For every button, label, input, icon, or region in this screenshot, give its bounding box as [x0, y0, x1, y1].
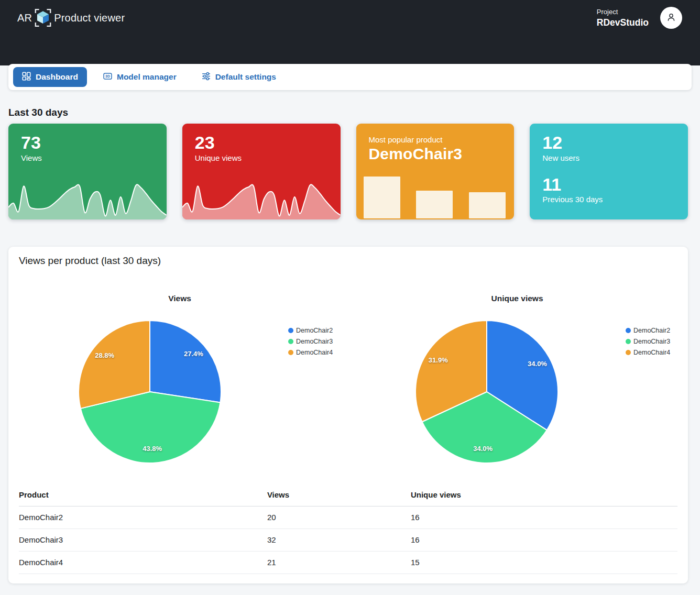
legend-item-DemoChair4[interactable]: DemoChair4: [288, 349, 333, 356]
product-cell: DemoChair3: [19, 529, 267, 552]
unique-views-sparkline-chart: [182, 174, 341, 219]
legend-label: DemoChair2: [296, 327, 333, 334]
legend-item-DemoChair3[interactable]: DemoChair3: [626, 338, 670, 345]
most-popular-card: Most popular product DemoChair3: [356, 124, 515, 219]
views-cell: 32: [267, 529, 411, 552]
mini-bar: [469, 192, 506, 218]
mini-bar: [364, 177, 400, 218]
3d-badge-icon: 3D: [103, 72, 112, 83]
person-icon: [666, 12, 676, 24]
pie-percent-label: 31.9%: [429, 356, 448, 364]
tab-label: Dashboard: [36, 72, 78, 82]
new-users-value: 12: [542, 133, 688, 152]
unique-views-cell: 16: [411, 506, 677, 529]
previous-users-label: Previous 30 days: [542, 195, 688, 204]
unique-views-label: Unique views: [195, 153, 341, 162]
views-card: 73 Views: [8, 124, 167, 219]
product-table-body: DemoChair22016DemoChair33216DemoChair421…: [19, 506, 677, 574]
legend-dot: [626, 339, 631, 344]
legend-item-DemoChair3[interactable]: DemoChair3: [288, 338, 333, 345]
unique-views-value: 23: [195, 133, 341, 152]
pie-slice-DemoChair2: [150, 321, 221, 402]
unique-views-pie-chart: 34.0%34.0%31.9%: [414, 319, 560, 465]
unique-views-cell: 16: [411, 529, 677, 552]
legend-label: DemoChair4: [633, 349, 670, 356]
main-nav: Dashboard 3D Model manager Default setti…: [8, 64, 692, 90]
sliders-icon: [202, 72, 211, 83]
pie-percent-label: 34.0%: [528, 360, 547, 368]
legend-dot: [626, 350, 631, 355]
logo-text-prefix: AR: [17, 12, 32, 24]
legend-label: DemoChair2: [633, 327, 670, 334]
mini-bar: [416, 191, 453, 218]
views-column-header: Views: [267, 485, 411, 506]
unique-views-column-header: Unique views: [411, 485, 677, 506]
charts-area: Views Unique views 27.4%43.8%28.8% 34.0%…: [19, 267, 677, 482]
panel-title: Views per product (last 30 days): [19, 255, 677, 267]
legend-item-DemoChair4[interactable]: DemoChair4: [626, 349, 670, 356]
views-pie-chart: 27.4%43.8%28.8%: [77, 319, 223, 465]
tab-label: Default settings: [215, 72, 276, 82]
unique-views-cell: 15: [411, 552, 677, 574]
views-cell: 20: [267, 506, 411, 529]
app-logo: AR Product viewer: [17, 7, 125, 28]
legend-item-DemoChair2[interactable]: DemoChair2: [288, 327, 333, 334]
legend-label: DemoChair3: [633, 338, 670, 345]
views-sparkline-chart: [8, 174, 167, 219]
legend-dot: [288, 339, 293, 344]
unique-views-card: 23 Unique views: [182, 124, 341, 219]
table-row: DemoChair42115: [19, 552, 677, 574]
table-header-row: Product Views Unique views: [19, 485, 677, 506]
stats-cards-row: 73 Views 23 Unique views Most popular pr…: [8, 124, 688, 219]
users-card: 12 New users 11 Previous 30 days: [530, 124, 688, 219]
views-pie-legend: DemoChair2DemoChair3DemoChair4: [288, 327, 333, 356]
stats-heading: Last 30 days: [8, 107, 692, 118]
dashboard-grid-icon: [22, 72, 31, 83]
app-header: AR Product viewer Project: [0, 0, 700, 65]
previous-users-value: 11: [542, 175, 688, 194]
views-cell: 21: [267, 552, 411, 574]
new-users-metric: 12 New users: [530, 133, 688, 162]
legend-dot: [626, 328, 631, 333]
tab-default-settings[interactable]: Default settings: [193, 67, 285, 87]
previous-users-metric: 11 Previous 30 days: [530, 175, 688, 204]
table-row: DemoChair22016: [19, 506, 677, 529]
legend-label: DemoChair3: [296, 338, 333, 345]
logo-text-suffix: Product viewer: [54, 12, 125, 24]
project-block: Project RDevStudio: [597, 8, 649, 28]
tab-model-manager[interactable]: 3D Model manager: [94, 67, 185, 87]
legend-item-DemoChair2[interactable]: DemoChair2: [626, 327, 670, 334]
legend-dot: [288, 328, 293, 333]
pie-percent-label: 27.4%: [184, 350, 203, 358]
legend-label: DemoChair4: [296, 349, 333, 356]
popular-bars: [356, 124, 515, 219]
pie-percent-label: 28.8%: [95, 351, 114, 359]
new-users-label: New users: [542, 153, 688, 162]
product-cell: DemoChair2: [19, 506, 267, 529]
unique-views-pie-legend: DemoChair2DemoChair3DemoChair4: [626, 327, 670, 356]
table-row: DemoChair33216: [19, 529, 677, 552]
legend-dot: [288, 350, 293, 355]
product-table: Product Views Unique views DemoChair2201…: [19, 485, 677, 574]
project-name: RDevStudio: [597, 17, 649, 28]
pie-percent-label: 34.0%: [473, 445, 493, 453]
tab-dashboard[interactable]: Dashboard: [13, 67, 87, 87]
views-per-product-panel: Views per product (last 30 days) Views U…: [8, 247, 688, 583]
ar-cube-icon: [32, 7, 53, 28]
tab-label: Model manager: [117, 72, 177, 82]
unique-views-chart-title: Unique views: [491, 294, 543, 303]
pie-percent-label: 43.8%: [143, 445, 162, 453]
svg-text:3D: 3D: [105, 74, 110, 78]
user-avatar-button[interactable]: [660, 7, 682, 29]
views-value: 73: [21, 133, 167, 152]
views-chart-title: Views: [168, 294, 191, 303]
product-column-header: Product: [19, 485, 267, 506]
product-cell: DemoChair4: [19, 552, 267, 574]
views-label: Views: [21, 153, 167, 162]
project-label: Project: [597, 8, 649, 16]
